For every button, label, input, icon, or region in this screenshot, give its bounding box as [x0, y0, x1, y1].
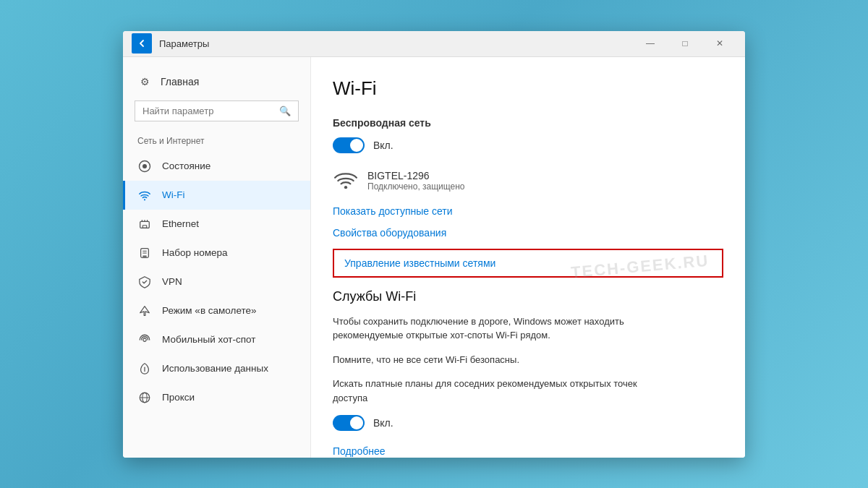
service-toggle-row: Вкл.: [333, 415, 723, 431]
svg-point-2: [144, 199, 145, 200]
sidebar-item-proxy[interactable]: Прокси: [123, 383, 310, 412]
sidebar-item-vpn[interactable]: VPN: [123, 267, 310, 296]
svg-point-9: [143, 338, 147, 341]
service-toggle-label: Вкл.: [373, 417, 393, 429]
services-section-title: Службы Wi-Fi: [333, 289, 723, 304]
minimize-button[interactable]: —: [634, 31, 667, 57]
sidebar-item-datausage[interactable]: Использование данных: [123, 354, 310, 383]
page-title: Wi-Fi: [333, 77, 723, 100]
network-status: Подключено, защищено: [367, 181, 465, 192]
network-name: BIGTEL-1296: [367, 170, 465, 181]
manage-networks-link[interactable]: Управление известными сетями: [333, 249, 723, 278]
sidebar-item-status[interactable]: Состояние: [123, 152, 310, 181]
sidebar-item-airplane[interactable]: Режим «в самолете»: [123, 296, 310, 325]
service-text-2: Помните, что не все сети Wi-Fi безопасны…: [333, 353, 644, 367]
maximize-button[interactable]: □: [668, 31, 702, 57]
search-input[interactable]: [142, 106, 279, 116]
service-text-1: Чтобы сохранить подключение в дороге, Wi…: [333, 314, 644, 343]
search-icon: 🔍: [279, 106, 291, 116]
content-area: ⚙ Главная 🔍 Сеть и Интернет Состояние: [123, 57, 745, 458]
sidebar-section-label: Сеть и Интернет: [123, 133, 310, 152]
network-info: BIGTEL-1296 Подключено, защищено: [367, 170, 465, 192]
back-icon: [137, 39, 146, 48]
svg-point-14: [344, 186, 347, 189]
sidebar-item-wifi[interactable]: Wi-Fi: [123, 181, 310, 210]
close-button[interactable]: ✕: [703, 31, 736, 57]
window-controls: — □ ✕: [634, 31, 736, 57]
status-icon: [137, 159, 152, 174]
service-text-3: Искать платные планы для соседних рекоме…: [333, 377, 644, 405]
svg-rect-3: [140, 221, 150, 228]
sidebar-item-dialup-label: Набор номера: [162, 247, 228, 258]
dialup-icon: [137, 246, 152, 260]
hardware-props-link[interactable]: Свойства оборудования: [333, 227, 723, 239]
gear-icon: ⚙: [137, 74, 152, 89]
sidebar-item-airplane-label: Режим «в самолете»: [162, 305, 257, 316]
sidebar-item-ethernet[interactable]: Ethernet: [123, 210, 310, 239]
wifi-nav-icon: [137, 188, 152, 202]
more-link[interactable]: Подробнее: [333, 445, 723, 457]
hotspot-icon: [137, 333, 152, 347]
back-button[interactable]: [132, 33, 152, 53]
wifi-toggle-label: Вкл.: [373, 140, 393, 151]
sidebar-item-home[interactable]: ⚙ Главная: [123, 69, 310, 95]
proxy-icon: [137, 390, 152, 405]
datausage-icon: [137, 361, 152, 376]
service-toggle[interactable]: [333, 415, 365, 431]
wifi-toggle[interactable]: [333, 137, 365, 153]
sidebar-home-label: Главная: [161, 76, 199, 87]
wifi-toggle-row: Вкл.: [333, 137, 723, 153]
sidebar-item-wifi-label: Wi-Fi: [162, 189, 184, 200]
titlebar: Параметры — □ ✕: [123, 31, 745, 57]
sidebar: ⚙ Главная 🔍 Сеть и Интернет Состояние: [123, 57, 311, 458]
window-title: Параметры: [159, 38, 634, 49]
svg-rect-6: [142, 255, 146, 257]
airplane-icon: [137, 304, 152, 318]
main-content: Wi-Fi Беспроводная сеть Вкл. BIGTEL-1296: [311, 57, 745, 458]
connected-wifi-icon: [333, 168, 359, 194]
wireless-section-label: Беспроводная сеть: [333, 117, 723, 129]
svg-point-1: [142, 164, 147, 168]
sidebar-item-dialup[interactable]: Набор номера: [123, 239, 310, 267]
ethernet-icon: [137, 217, 152, 231]
show-networks-link[interactable]: Показать доступные сети: [333, 205, 723, 217]
sidebar-item-proxy-label: Прокси: [162, 392, 195, 403]
search-box: 🔍: [135, 100, 299, 121]
sidebar-item-datausage-label: Использование данных: [162, 363, 268, 374]
sidebar-item-ethernet-label: Ethernet: [162, 218, 199, 229]
sidebar-item-hotspot[interactable]: Мобильный хот-спот: [123, 325, 310, 354]
connected-network-row: BIGTEL-1296 Подключено, защищено: [333, 168, 723, 194]
sidebar-item-status-label: Состояние: [162, 160, 210, 171]
sidebar-item-hotspot-label: Мобильный хот-спот: [162, 334, 255, 345]
sidebar-item-vpn-label: VPN: [162, 276, 182, 287]
vpn-icon: [137, 275, 152, 289]
